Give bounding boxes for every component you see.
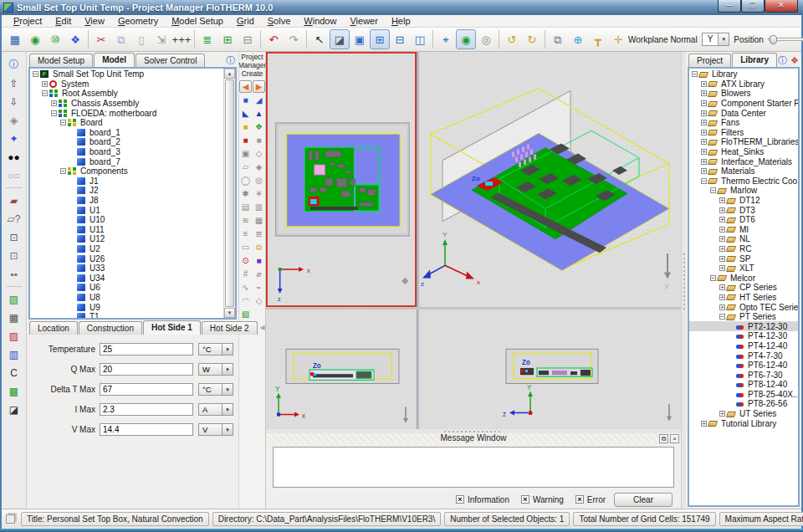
tree-row[interactable]: U11 — [30, 225, 223, 235]
fit-view-button[interactable]: ⊕ — [568, 29, 588, 49]
tree-row[interactable]: − Library — [689, 69, 798, 79]
expander-icon[interactable]: + — [51, 100, 57, 106]
tree-row[interactable]: + RC — [689, 244, 798, 254]
tree-row[interactable]: board_3 — [30, 147, 223, 157]
expander-icon[interactable]: + — [719, 304, 725, 310]
select-region-alt-button[interactable]: ⊡ — [5, 248, 23, 263]
library-help-icon[interactable]: ⓘ — [778, 56, 787, 65]
expander-icon[interactable]: + — [719, 284, 725, 290]
create-pcb-button[interactable]: ▭ — [239, 241, 252, 253]
checkbox-mark[interactable]: × — [575, 495, 584, 504]
tree-row[interactable]: U26 — [30, 253, 223, 263]
tree-row[interactable]: − Components — [30, 166, 223, 176]
create-arc-button[interactable]: ◠ — [239, 294, 252, 307]
field-input[interactable] — [100, 343, 193, 356]
tree-row[interactable]: + Data Center — [689, 108, 798, 118]
create-pyramid-button[interactable]: ▲ — [253, 107, 265, 120]
help-icon[interactable]: ⓘ — [226, 56, 235, 65]
material-button[interactable]: ▨ — [5, 291, 23, 307]
tree-row[interactable]: U1 — [30, 205, 223, 215]
fan-curve-button[interactable]: ▥ — [5, 346, 23, 362]
workplane-pin-icon[interactable] — [403, 407, 408, 423]
create-grille-button[interactable]: ▤ — [239, 201, 252, 213]
tree-row[interactable]: PT6-7-30 — [689, 370, 798, 380]
tree-row[interactable]: J1 — [30, 176, 223, 187]
radiation-button[interactable]: ▨ — [5, 328, 23, 344]
expander-icon[interactable]: − — [51, 110, 57, 116]
create-prev-button[interactable]: ◀ — [239, 80, 252, 93]
checkbox-mark[interactable]: × — [521, 495, 529, 504]
clear-button[interactable]: Clear — [614, 493, 673, 507]
create-cuboid-button[interactable]: ■ — [239, 94, 252, 106]
tree-row[interactable]: + XLT — [689, 263, 798, 274]
paste-button[interactable]: ▯ — [131, 29, 151, 49]
pattern-button[interactable]: ✦ — [5, 130, 23, 146]
tree-row[interactable]: + Filters — [689, 128, 798, 138]
tree-row[interactable]: PT4-12-30 — [689, 331, 798, 341]
expander-icon[interactable]: + — [719, 197, 725, 203]
maximize-button[interactable]: ❐ — [741, 0, 765, 13]
unit-combo[interactable]: °C ▾ — [198, 343, 233, 356]
create-source2-button[interactable]: ▧ — [239, 308, 252, 320]
create-cylinder-button[interactable]: ◯ — [239, 174, 252, 187]
expander-icon[interactable]: + — [701, 100, 707, 106]
shades-on-button[interactable]: ●● — [5, 149, 23, 165]
expander-icon[interactable]: + — [701, 139, 707, 145]
tree-row[interactable]: + Materials — [689, 166, 798, 176]
split-vertical-button[interactable]: ◫ — [410, 29, 430, 49]
expander-icon[interactable]: − — [719, 314, 725, 320]
tree-row[interactable]: PT4-7-30 — [689, 350, 798, 361]
tree-row[interactable]: + Heat_Sinks — [689, 147, 798, 157]
tree-row[interactable]: + DT3 — [689, 205, 798, 215]
viewport-top-right[interactable]: Zo Y x z — [420, 52, 681, 307]
tree-row[interactable]: PT8-25-40X... — [689, 390, 798, 400]
check-model-button[interactable]: ◈ — [5, 112, 23, 128]
minimize-button[interactable]: — — [718, 0, 741, 13]
view-mode-button[interactable]: ◪ — [330, 29, 350, 49]
create-source-button[interactable]: ■ — [239, 120, 252, 133]
field-input[interactable] — [100, 383, 193, 396]
library-tab[interactable]: Library — [732, 53, 777, 67]
select-region-button[interactable]: ⊡ — [5, 229, 23, 245]
expander-icon[interactable]: − — [710, 187, 716, 193]
menu-item[interactable]: Project — [7, 16, 49, 26]
expander-icon[interactable]: − — [42, 90, 48, 96]
library-structure-icon[interactable]: ❖ — [790, 56, 799, 65]
tree-row[interactable]: U12 — [30, 234, 223, 244]
tree-row[interactable]: − FLOEDA: motherboard — [30, 108, 223, 118]
create-stack-button[interactable]: ⧉ — [253, 241, 265, 253]
chevron-down-icon[interactable]: ▾ — [718, 33, 729, 45]
tree-row[interactable]: U10 — [30, 215, 223, 225]
shades-off-button[interactable]: ○○ — [5, 167, 23, 183]
menu-item[interactable]: Grid — [230, 16, 261, 26]
tree-row[interactable]: + Interface_Materials — [689, 156, 798, 166]
scroll-down-icon[interactable]: ▼ — [224, 308, 235, 318]
expander-icon[interactable]: + — [719, 227, 725, 233]
message-log[interactable] — [273, 447, 674, 488]
scroll-up-icon[interactable]: ▲ — [224, 69, 235, 79]
expander-icon[interactable]: + — [42, 81, 48, 87]
menu-item[interactable]: Geometry — [111, 16, 165, 26]
project-structure-button[interactable]: ❖ — [65, 29, 85, 49]
tree-row[interactable]: PT2-12-30 — [689, 321, 798, 331]
group-objects-button[interactable]: ▪▪ — [5, 266, 23, 282]
tree-row[interactable]: + ATX Library — [689, 79, 798, 90]
expander-icon[interactable]: + — [701, 90, 707, 96]
workplane-axis-combo[interactable]: Y ▾ — [702, 33, 730, 46]
annotate-button[interactable]: ◪ — [5, 402, 23, 417]
create-heatsink3d-button[interactable]: ≣ — [253, 228, 265, 240]
expander-icon[interactable]: + — [701, 149, 707, 155]
create-fan-button[interactable]: ✱ — [239, 187, 252, 200]
expander-icon[interactable]: + — [719, 207, 725, 213]
tree-row[interactable]: board_1 — [30, 128, 223, 138]
tree-row[interactable]: J8 — [30, 196, 223, 206]
create-next-button[interactable]: ▶ — [253, 80, 265, 93]
shaded-view-button[interactable]: ◉ — [456, 29, 476, 49]
warning-checkbox[interactable]: × Warning — [521, 495, 564, 504]
tree-row[interactable]: U8 — [30, 293, 223, 303]
save-button[interactable]: ▦ — [5, 29, 25, 49]
field-input[interactable] — [100, 363, 193, 376]
error-checkbox[interactable]: × Error — [575, 495, 606, 504]
select-cursor-button[interactable]: ↖ — [309, 29, 330, 49]
cut-button[interactable]: ✂ — [91, 29, 111, 49]
